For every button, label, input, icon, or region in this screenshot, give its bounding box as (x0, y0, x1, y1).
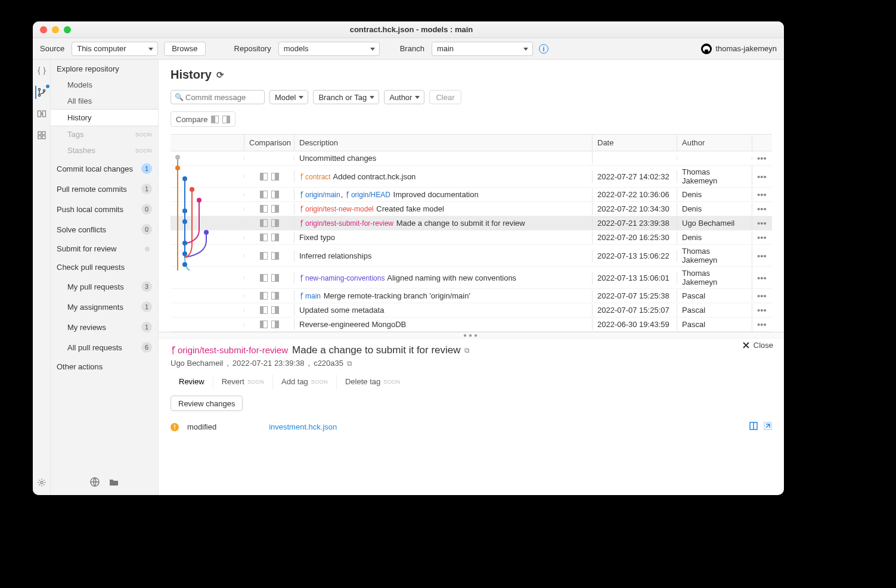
sidebar-submit-review[interactable]: Submit for review (51, 239, 158, 258)
commit-row[interactable]: ᚶcontract Added contract.hck.json2022-07… (170, 166, 772, 188)
compare-left-toggle[interactable] (260, 252, 268, 260)
info-icon[interactable]: i (539, 44, 548, 54)
compare-right-toggle[interactable] (271, 274, 279, 282)
commit-row[interactable]: ᚶnew-naming-conventions Aligned naming w… (170, 267, 772, 289)
branch-select[interactable]: main (432, 42, 533, 56)
commit-row[interactable]: Inferred relationships2022-07-13 15:06:2… (170, 245, 772, 267)
row-actions[interactable]: ••• (752, 271, 772, 285)
branch-chip[interactable]: ᚶmain (299, 292, 321, 300)
repo-select[interactable]: models (278, 42, 380, 56)
open-external-icon[interactable] (764, 422, 772, 432)
diff-view-icon[interactable] (749, 422, 758, 432)
compare-right-toggle[interactable] (271, 219, 279, 227)
sidebar-my-pr[interactable]: My pull requests3 (51, 276, 158, 297)
rail-branch-icon[interactable] (35, 86, 48, 99)
commit-row[interactable]: Updated some metadata2022-07-07 15:25:07… (170, 303, 772, 318)
sidebar-solve-conflicts[interactable]: Solve conflicts0 (51, 219, 158, 239)
branch-chip[interactable]: ᚶnew-naming-conventions (299, 274, 385, 282)
compare-left-toggle[interactable] (260, 173, 268, 181)
compare-left-toggle[interactable] (260, 205, 268, 213)
sidebar-commit-local[interactable]: Commit local changes1 (51, 158, 158, 179)
close-detail[interactable]: Close (742, 341, 773, 350)
tab-revert[interactable]: RevertSOON (213, 375, 273, 390)
compare-right-toggle[interactable] (271, 321, 279, 328)
search-commit[interactable]: 🔍 (170, 90, 265, 104)
tab-review[interactable]: Review (170, 375, 213, 390)
changed-file-row[interactable]: ! modified investment.hck.json (170, 418, 772, 435)
search-input[interactable] (170, 90, 265, 104)
panel-resize-handle[interactable]: ●●● (159, 332, 784, 338)
row-actions[interactable]: ••• (752, 202, 772, 216)
rail-grid-icon[interactable] (35, 129, 48, 142)
rail-braces-icon[interactable] (35, 64, 48, 77)
branch-chip[interactable]: ᚶorigin/HEAD (345, 191, 391, 199)
commit-row[interactable]: ᚶmain Merge remote-tracking branch 'orig… (170, 289, 772, 303)
compare-left-toggle[interactable] (260, 191, 268, 198)
commit-row[interactable]: ᚶorigin/main, ᚶorigin/HEAD Improved docu… (170, 188, 772, 202)
sidebar-push-local[interactable]: Push local commits0 (51, 199, 158, 219)
commit-row[interactable]: Fixed typo2022-07-20 16:25:30Denis••• (170, 231, 772, 245)
row-actions[interactable]: ••• (752, 303, 772, 317)
row-actions[interactable]: ••• (752, 216, 772, 230)
compare-left-toggle[interactable] (260, 306, 268, 314)
filter-author[interactable]: Author (384, 90, 424, 104)
sidebar-my-reviews[interactable]: My reviews1 (51, 317, 158, 337)
browse-button[interactable]: Browse (164, 42, 205, 56)
compare-right-toggle[interactable] (271, 252, 279, 260)
copy-title-icon[interactable]: ⧉ (464, 346, 470, 354)
sidebar-history[interactable]: History (51, 109, 158, 126)
compare-left-toggle[interactable] (260, 292, 268, 300)
review-changes-button[interactable]: Review changes (170, 396, 243, 411)
compare-left-toggle[interactable] (260, 321, 268, 328)
clear-filters[interactable]: Clear (429, 90, 461, 104)
compare-left-toggle[interactable] (260, 274, 268, 282)
compare-right-toggle[interactable] (271, 306, 279, 314)
sidebar-explore-title[interactable]: Explore repository (51, 60, 158, 77)
close-window[interactable] (40, 26, 47, 33)
branch-chip[interactable]: ᚶorigin/test-new-model (299, 205, 374, 213)
commit-row[interactable]: ᚶorigin/test-new-model Created fake mode… (170, 202, 772, 216)
user-account[interactable]: thomas-jakemeyn (701, 43, 777, 54)
minimize-window[interactable] (52, 26, 59, 33)
sidebar-models[interactable]: Models (51, 77, 158, 93)
filter-model[interactable]: Model (269, 90, 308, 104)
commit-row[interactable]: ᚶorigin/test-submit-for-review Made a ch… (170, 216, 772, 231)
sidebar-my-assign[interactable]: My assignments1 (51, 297, 158, 317)
copy-sha-icon[interactable]: ⧉ (347, 359, 352, 368)
compare-right-toggle[interactable] (271, 173, 279, 181)
row-actions[interactable]: ••• (752, 318, 772, 331)
tab-addtag[interactable]: Add tagSOON (273, 375, 337, 390)
row-actions[interactable]: ••• (752, 188, 772, 201)
compare-button[interactable]: Compare (170, 111, 235, 127)
row-actions[interactable]: ••• (752, 231, 772, 244)
compare-right-toggle[interactable] (271, 292, 279, 300)
settings-icon[interactable] (35, 476, 48, 489)
compare-right-toggle[interactable] (271, 205, 279, 213)
sidebar-all-pr[interactable]: All pull requests6 (51, 337, 158, 357)
source-select[interactable]: This computer (72, 42, 158, 56)
row-actions[interactable]: ••• (752, 151, 772, 165)
row-actions[interactable]: ••• (752, 249, 772, 263)
branch-chip[interactable]: ᚶorigin/main (299, 191, 341, 199)
rail-compare-icon[interactable] (35, 107, 48, 120)
compare-right-toggle[interactable] (271, 234, 279, 241)
compare-right-toggle[interactable] (271, 191, 279, 198)
folder-icon[interactable] (108, 477, 119, 489)
sidebar-check-pr-title[interactable]: Check pull requests (51, 258, 158, 276)
compare-left-toggle[interactable] (260, 234, 268, 241)
row-actions[interactable]: ••• (752, 170, 772, 183)
maximize-window[interactable] (64, 26, 71, 33)
branch-chip[interactable]: ᚶcontract (299, 173, 331, 181)
filter-branch-tag[interactable]: Branch or Tag (313, 90, 379, 104)
file-name[interactable]: investment.hck.json (269, 422, 337, 431)
commit-row[interactable]: Uncommitted changes••• (170, 151, 772, 166)
commit-row[interactable]: Reverse-engineered MongoDB2022-06-30 19:… (170, 318, 772, 332)
sidebar-pull-remote[interactable]: Pull remote commits1 (51, 179, 158, 199)
tab-deltag[interactable]: Delete tagSOON (337, 375, 408, 390)
compare-left-toggle[interactable] (260, 219, 268, 227)
globe-icon[interactable] (89, 477, 100, 489)
sidebar-other[interactable]: Other actions (51, 357, 158, 376)
branch-chip[interactable]: ᚶorigin/test-submit-for-review (299, 219, 394, 228)
refresh-icon[interactable]: ⟳ (216, 70, 224, 80)
sidebar-all-files[interactable]: All files (51, 93, 158, 109)
